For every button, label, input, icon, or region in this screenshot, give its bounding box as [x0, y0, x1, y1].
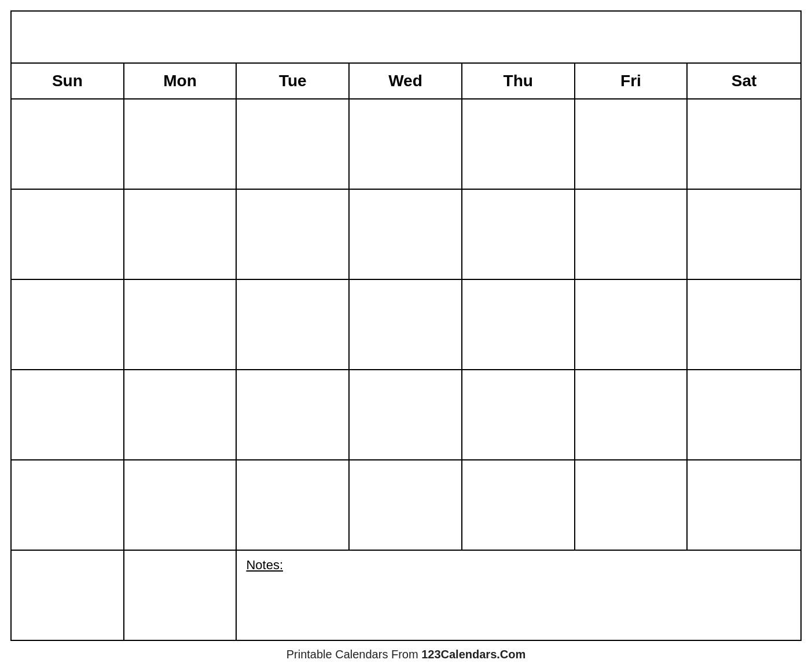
week-row-1 — [12, 100, 800, 190]
week2-tue — [237, 190, 350, 279]
header-sat: Sat — [688, 64, 800, 98]
week5-wed — [350, 460, 462, 550]
week3-wed — [350, 280, 462, 369]
week3-tue — [237, 280, 350, 369]
notes-row: Notes: — [12, 551, 800, 640]
week1-thu — [462, 100, 575, 189]
week4-wed — [350, 370, 462, 459]
week1-sun — [12, 100, 124, 189]
week4-tue — [237, 370, 350, 459]
calendar-weeks: Notes: — [12, 100, 800, 640]
week4-mon — [124, 370, 237, 459]
week2-sun — [12, 190, 124, 279]
notes-content: Notes: — [237, 551, 800, 640]
week1-sat — [688, 100, 800, 189]
week3-sun — [12, 280, 124, 369]
week2-mon — [124, 190, 237, 279]
header-tue: Tue — [237, 64, 350, 98]
week5-sat — [688, 460, 800, 550]
week4-sun — [12, 370, 124, 459]
week5-fri — [575, 460, 688, 550]
calendar-container: Sun Mon Tue Wed Thu Fri Sat — [10, 10, 802, 641]
week5-mon — [124, 460, 237, 550]
header-thu: Thu — [462, 64, 575, 98]
calendar-header-row: Sun Mon Tue Wed Thu Fri Sat — [12, 64, 800, 100]
footer-text-bold: 123Calendars.Com — [421, 648, 526, 661]
week5-sun — [12, 460, 124, 550]
week1-wed — [350, 100, 462, 189]
page-wrapper: Sun Mon Tue Wed Thu Fri Sat — [0, 0, 812, 667]
footer-text-plain: Printable Calendars From — [286, 648, 421, 661]
week1-fri — [575, 100, 688, 189]
week5-thu — [462, 460, 575, 550]
header-mon: Mon — [124, 64, 237, 98]
calendar-grid: Sun Mon Tue Wed Thu Fri Sat — [12, 64, 800, 640]
header-sun: Sun — [12, 64, 124, 98]
week3-fri — [575, 280, 688, 369]
footer: Printable Calendars From 123Calendars.Co… — [10, 641, 802, 667]
week2-wed — [350, 190, 462, 279]
notes-empty-mon — [124, 551, 237, 640]
week-row-5 — [12, 460, 800, 551]
week1-tue — [237, 100, 350, 189]
week-row-2 — [12, 190, 800, 280]
week4-thu — [462, 370, 575, 459]
week-row-4 — [12, 370, 800, 460]
week4-sat — [688, 370, 800, 459]
week-row-3 — [12, 280, 800, 370]
week2-sat — [688, 190, 800, 279]
calendar-title-row — [12, 12, 800, 64]
week1-mon — [124, 100, 237, 189]
notes-label: Notes: — [246, 558, 283, 572]
week3-mon — [124, 280, 237, 369]
week2-thu — [462, 190, 575, 279]
week3-sat — [688, 280, 800, 369]
week2-fri — [575, 190, 688, 279]
week4-fri — [575, 370, 688, 459]
week3-thu — [462, 280, 575, 369]
header-wed: Wed — [350, 64, 462, 98]
week5-tue — [237, 460, 350, 550]
notes-empty-sun — [12, 551, 124, 640]
header-fri: Fri — [575, 64, 688, 98]
